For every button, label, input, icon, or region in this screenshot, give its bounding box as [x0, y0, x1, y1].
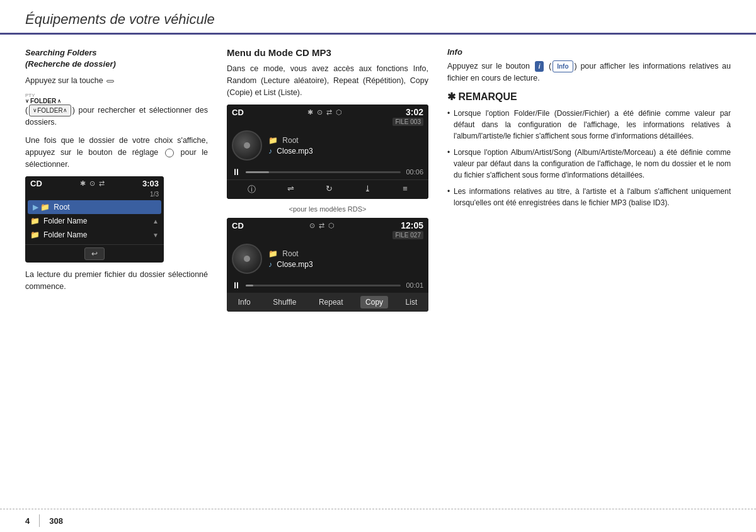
extra-icon: ⬡: [336, 108, 342, 116]
middle-intro: Dans ce mode, vous avez accès aux foncti…: [227, 63, 428, 98]
cd-screen2-file-badge: FILE 027: [227, 232, 428, 239]
shuffle-ctrl-icon[interactable]: ⇌: [287, 184, 294, 195]
cd-screen2-time: 12:05: [401, 220, 423, 230]
cd-progress-bar-2: [246, 285, 401, 286]
list-item[interactable]: ▶ 📁 Root: [28, 200, 161, 214]
cd-disc-1: [232, 130, 262, 161]
settings-icon: ⊙: [317, 108, 323, 116]
cd-disc-2: [232, 244, 262, 274]
middle-section-title: Menu du Mode CD MP3: [227, 47, 428, 58]
left-para1: Appuyez sur la touche: [25, 75, 208, 87]
knob-icon: [165, 149, 174, 157]
settings-icon: ⊙: [309, 222, 315, 230]
cd-screen-1: CD ✱ ⊙ ⇄ ⬡ 3:02 FILE 003 📁 Root: [227, 105, 428, 199]
right-column: Info Appuyez sur le bouton i (Info) pour…: [447, 47, 731, 318]
scroll-arrow-down: ▼: [152, 232, 159, 239]
list-item: Les informations relatives au titre, à l…: [447, 186, 731, 208]
cd-screen1-time: 3:02: [406, 107, 423, 117]
list-item: Lorsque l'option Album/Artist/Song (Albu…: [447, 147, 731, 181]
cd-folder-label: CD: [30, 179, 42, 188]
page-sub-number: 308: [49, 516, 63, 526]
pause-icon-2: ⏸: [232, 280, 241, 290]
middle-column: Menu du Mode CD MP3 Dans ce mode, vous a…: [227, 47, 428, 318]
cd-progress-fill-2: [246, 285, 253, 286]
left-section-title: Searching Folders (Recherche de dossier): [25, 47, 208, 70]
cd-progress-1: ⏸ 00:06: [227, 164, 428, 179]
cd-folder-nav: ↩: [25, 244, 164, 263]
cd-track-info-1: 📁 Root ♪ Close.mp3: [268, 136, 423, 156]
bluetooth-icon: ✱: [80, 179, 86, 188]
menu-item-repeat[interactable]: Repeat: [314, 296, 348, 308]
extra-icon: ⬡: [328, 222, 335, 230]
cd-progress-fill-1: [246, 171, 269, 173]
settings-icon: ⊙: [89, 179, 95, 188]
cd-progress-2: ⏸ 00:01: [227, 278, 428, 293]
cd-controls-1: ⓘ ⇌ ↻ ⤓ ≡: [227, 179, 428, 199]
list-item: Lorsque l'option Folder/File (Dossier/Fi…: [447, 108, 731, 142]
left-para1b: ( ∨FOLDER∧ ) pour rechercher et sélectio…: [25, 105, 208, 128]
music-icon: ♪: [268, 260, 272, 269]
folder-icon: 📁: [268, 249, 278, 258]
page-header: Équipements de votre véhicule: [0, 0, 756, 35]
cd-screen1-label: CD: [232, 108, 244, 117]
list-item[interactable]: 📁 Folder Name ▼: [25, 228, 164, 242]
page-footer: 4 308: [0, 509, 756, 532]
cd-file-name-1: ♪ Close.mp3: [268, 147, 423, 156]
menu-item-copy[interactable]: Copy: [360, 296, 388, 308]
cd-screen2-icons: ⊙ ⇄ ⬡: [309, 222, 335, 230]
folder-icon: ▶ 📁: [33, 203, 50, 212]
bluetooth-icon: ✱: [307, 108, 313, 116]
cd-track-info-2: 📁 Root ♪ Close.mp3: [268, 249, 423, 269]
cd-file-name-2: ♪ Close.mp3: [268, 260, 423, 269]
cd-elapsed-1: 00:06: [406, 168, 423, 176]
list-ctrl-icon[interactable]: ≡: [403, 184, 408, 195]
save-ctrl-icon[interactable]: ⤓: [364, 184, 371, 195]
folder-icon: 📁: [268, 136, 278, 145]
folder-icon: 📁: [30, 230, 40, 239]
left-para2: Une fois que le dossier de votre choix s…: [25, 135, 208, 170]
folder-icon: 📁: [30, 217, 40, 225]
info-para: Appuyez sur le bouton i (Info) pour affi…: [447, 60, 731, 84]
repeat-icon: ⇄: [326, 108, 332, 116]
list-item[interactable]: 📁 Folder Name ▲: [25, 214, 164, 228]
remark-list: Lorsque l'option Folder/File (Dossier/Fi…: [447, 108, 731, 208]
remark-title: ✱ REMARQUE: [447, 91, 731, 103]
menu-item-shuffle[interactable]: Shuffle: [268, 296, 301, 308]
left-para3: La lecture du premier fichier du dossier…: [25, 269, 208, 293]
back-button[interactable]: ↩: [84, 247, 105, 260]
repeat-icon: ⇄: [319, 222, 324, 230]
cd-folder-screen: CD ✱ ⊙ ⇄ 3:03 1/3 ▶ 📁 Root 📁 Folder Name…: [25, 176, 164, 263]
cd-folder-list: ▶ 📁 Root 📁 Folder Name ▲ 📁 Folder Name ▼: [25, 198, 164, 244]
cd-folder-time: 3:03: [142, 179, 159, 188]
cd-screen-2: CD ⊙ ⇄ ⬡ 12:05 FILE 027 📁 Root: [227, 218, 428, 312]
left-column: Searching Folders (Recherche de dossier)…: [25, 47, 208, 318]
caption-text: <pour les modèles RDS>: [227, 205, 428, 213]
cd-folder-page: 1/3: [25, 191, 164, 198]
folder-btn-small[interactable]: ∨FOLDER∧: [29, 105, 71, 116]
cd-menu-bar: Info Shuffle Repeat Copy List: [227, 293, 428, 312]
pty-folder-button[interactable]: [106, 80, 114, 82]
info-icon-button[interactable]: i: [535, 61, 544, 72]
music-icon: ♪: [268, 147, 272, 156]
cd-screen1-file-badge: FILE 003: [227, 118, 428, 125]
pause-icon-1: ⏸: [232, 167, 241, 177]
info-ctrl-icon[interactable]: ⓘ: [248, 184, 256, 195]
info-label-badge: Info: [553, 60, 573, 72]
cd-elapsed-2: 00:01: [406, 281, 423, 289]
info-section-title: Info: [447, 47, 731, 57]
menu-item-info[interactable]: Info: [233, 296, 256, 308]
menu-item-list[interactable]: List: [401, 296, 423, 308]
repeat-ctrl-icon[interactable]: ↻: [326, 184, 333, 195]
page-title: Équipements de votre véhicule: [25, 11, 731, 28]
cd-folder-icons: ✱ ⊙ ⇄: [80, 179, 105, 188]
cd-folder-name-2: 📁 Root: [268, 249, 423, 258]
scroll-arrow-up: ▲: [152, 218, 159, 225]
page-separator: [39, 514, 40, 527]
cd-progress-bar-1: [246, 171, 401, 173]
cd-folder-name-1: 📁 Root: [268, 136, 423, 145]
repeat-icon: ⇄: [99, 179, 105, 188]
cd-screen2-label: CD: [232, 221, 244, 230]
cd-screen1-icons: ✱ ⊙ ⇄ ⬡: [307, 108, 342, 116]
page-number: 4: [25, 516, 30, 526]
